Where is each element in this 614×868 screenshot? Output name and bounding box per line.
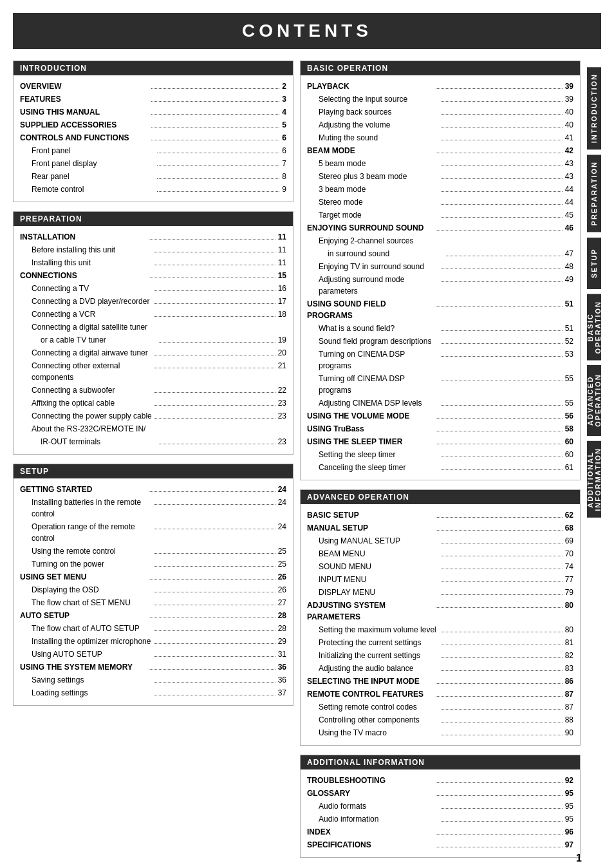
entry-dots [159, 342, 275, 343]
list-item: CONTROLS AND FUNCTIONS6 [20, 132, 286, 144]
entry-label: Saving settings [32, 674, 152, 686]
entry-page: 87 [565, 701, 573, 713]
entry-dots [154, 303, 275, 304]
list-item: Connecting other external components21 [20, 360, 286, 383]
entry-label: Using MANUAL SETUP [319, 535, 439, 547]
entry-label: Audio formats [319, 800, 439, 812]
tab-introduction[interactable]: INTRODUCTION [587, 67, 601, 149]
entry-label: Controlling other components [319, 714, 439, 726]
entry-label: Setting remote control codes [319, 701, 439, 713]
entry-label: Enjoying 2-channel sources [319, 235, 573, 247]
entry-dots [442, 178, 562, 179]
entry-label: Playing back sources [319, 106, 439, 118]
entry-label: About the RS-232C/REMOTE IN/ [32, 423, 286, 435]
list-item: Using the remote control25 [20, 545, 286, 557]
entry-dots [149, 618, 275, 618]
entry-dots [442, 101, 562, 102]
entry-page: 23 [278, 410, 286, 422]
entry-label: Adjusting surround mode parameters [319, 274, 439, 297]
list-item: in surround sound47 [307, 248, 573, 259]
list-item: Turning off CINEMA DSP programs55 [307, 373, 573, 396]
entry-page: 45 [565, 209, 573, 221]
entry-dots [442, 469, 562, 470]
entry-dots [154, 553, 275, 554]
list-item: USING TruBass58 [307, 423, 573, 435]
tab-preparation[interactable]: PREPARATION [587, 155, 601, 232]
entry-dots [154, 316, 275, 317]
list-item: USING THE VOLUME MODE56 [307, 410, 573, 422]
entry-label: The flow chart of SET MENU [32, 597, 152, 609]
list-item: Connecting a TV16 [20, 283, 286, 294]
section-body-advanced-operation: BASIC SETUP62MANUAL SETUP68Using MANUAL … [301, 504, 580, 745]
entry-dots [157, 191, 280, 192]
list-item: Enjoying 2-channel sources [307, 235, 573, 247]
entry-page: 24 [278, 484, 286, 495]
entry-dots [442, 632, 562, 632]
list-item: GLOSSARY95 [307, 788, 573, 799]
entry-dots [442, 543, 562, 543]
list-item: Sound field program descriptions52 [307, 335, 573, 347]
entry-page: 48 [565, 261, 573, 272]
entry-dots [442, 127, 562, 127]
entry-label: The flow chart of AUTO SETUP [32, 623, 152, 634]
entry-label: Turning off CINEMA DSP programs [319, 373, 439, 396]
entry-page: 25 [278, 545, 286, 557]
entry-label: USING THE SYSTEM MEMORY [20, 661, 146, 673]
entry-page: 51 [565, 323, 573, 334]
entry-dots [442, 191, 562, 192]
entry-page: 26 [278, 571, 286, 583]
entry-page: 40 [565, 119, 573, 131]
tab-advanced-operation[interactable]: ADVANCEDOPERATION [587, 365, 601, 436]
entry-label: CONNECTIONS [20, 270, 146, 281]
entry-page: 62 [565, 509, 573, 521]
entry-label: AUTO SETUP [20, 610, 146, 621]
page-title: CONTENTS [13, 13, 601, 49]
list-item: Saving settings36 [20, 674, 286, 686]
list-item: PLAYBACK39 [307, 80, 573, 92]
entry-page: 68 [565, 522, 573, 534]
list-item: GETTING STARTED24 [20, 484, 286, 495]
list-item: INDEX96 [307, 826, 573, 838]
tab-additional-information[interactable]: ADDITIONALINFORMATION [587, 441, 601, 518]
entry-page: 81 [565, 637, 573, 648]
list-item: USING THE SYSTEM MEMORY36 [20, 661, 286, 673]
tab-setup[interactable]: SETUP [587, 238, 601, 289]
entry-page: 96 [565, 826, 573, 838]
entry-label: Installing batteries in the remote contr… [32, 496, 152, 520]
entry-page: 39 [565, 93, 573, 105]
entry-dots [442, 722, 562, 722]
entry-page: 23 [278, 397, 286, 409]
entry-page: 4 [282, 106, 286, 118]
entry-page: 86 [565, 675, 573, 687]
entry-label: Audio information [319, 813, 439, 825]
entry-dots [442, 204, 562, 205]
list-item: BEAM MODE42 [307, 145, 573, 156]
entry-dots [154, 405, 275, 406]
entry-label: Initializing the current settings [319, 650, 439, 661]
entry-page: 95 [565, 800, 573, 812]
entry-page: 25 [278, 558, 286, 570]
entry-dots [442, 556, 562, 556]
list-item: Connecting the power supply cable23 [20, 410, 286, 422]
entry-page: 80 [565, 599, 573, 611]
entry-dots [154, 504, 275, 505]
list-item: USING THIS MANUAL4 [20, 106, 286, 118]
entry-dots [442, 594, 562, 595]
entry-dots [157, 178, 280, 179]
entry-page: 77 [565, 574, 573, 585]
entry-page: 29 [278, 636, 286, 647]
entry-page: 55 [565, 397, 573, 409]
entry-page: 82 [565, 650, 573, 661]
entry-page: 61 [565, 462, 573, 473]
entry-page: 21 [278, 360, 286, 372]
list-item: Connecting a digital satellite tuner [20, 321, 286, 333]
entry-dots [154, 355, 275, 355]
list-item: Connecting a digital airwave tuner20 [20, 347, 286, 359]
tab-basic-operation[interactable]: BASICOPERATION [587, 294, 601, 361]
list-item: Adjusting surround mode parameters49 [307, 274, 573, 297]
list-item: Affixing the optical cable23 [20, 397, 286, 409]
entry-dots [151, 88, 280, 89]
entry-page: 83 [565, 663, 573, 674]
section-basic-operation: BASIC OPERATION PLAYBACK39Selecting the … [300, 61, 581, 480]
entry-dots [442, 281, 562, 282]
